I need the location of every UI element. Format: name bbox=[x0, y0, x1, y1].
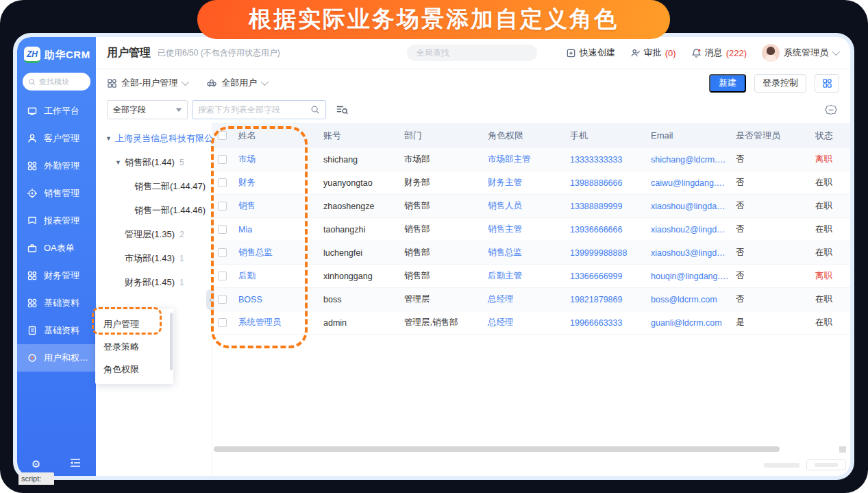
sidebar-item-label: 用户和权限管理 bbox=[44, 352, 96, 364]
cell-role[interactable]: 销售人员 bbox=[481, 200, 563, 212]
global-search-input[interactable]: 全局查找 bbox=[407, 45, 537, 61]
column-header-dept[interactable]: 部门 bbox=[397, 130, 481, 142]
table-row[interactable]: 系统管理员 admin 管理层,销售部 总经理 19966663333 guan… bbox=[212, 311, 850, 335]
table-row[interactable]: 后勤 xinhonggang 销售部 后勤主管 13366666999 houq… bbox=[212, 265, 850, 288]
table-row[interactable]: 财务 yuanyongtao 财务部 财务主管 13988886666 caiw… bbox=[212, 171, 850, 195]
module-view-dropdown[interactable]: 全部-用户管理 bbox=[107, 77, 187, 89]
cell-email[interactable]: boss@ldcrm.com bbox=[644, 295, 729, 304]
cell-name[interactable]: 销售总监 bbox=[232, 247, 317, 258]
gear-icon[interactable]: ⚙ bbox=[32, 458, 40, 470]
column-header-phone[interactable]: 手机 bbox=[563, 130, 644, 142]
cell-role[interactable]: 销售总监 bbox=[481, 247, 563, 258]
cell-email[interactable]: xiaoshou@lingdang.com bbox=[644, 202, 729, 211]
list-search-input[interactable]: 搜索下方列表全部字段 bbox=[192, 100, 326, 119]
column-header-name[interactable]: 姓名 bbox=[232, 130, 317, 142]
cell-role[interactable]: 财务主管 bbox=[481, 177, 563, 189]
cell-email[interactable]: xiaoshou2@lingdang.c... bbox=[644, 225, 729, 235]
row-checkbox[interactable] bbox=[218, 225, 227, 234]
pagination-page-size-select[interactable] bbox=[806, 459, 846, 470]
cell-email[interactable]: caiwu@lingdang.com bbox=[644, 178, 729, 188]
tree-expand-icon[interactable]: ▼ bbox=[106, 135, 112, 142]
cell-name[interactable]: 财务 bbox=[232, 177, 317, 189]
flyout-item-login-policy[interactable]: 登录策略 bbox=[95, 335, 173, 358]
sidebar-item-oa-forms[interactable]: OA表单 bbox=[17, 235, 96, 262]
login-control-button[interactable]: 登录控制 bbox=[754, 74, 806, 93]
sidebar-item-base-data-2[interactable]: 基础资料 bbox=[17, 317, 96, 344]
tree-node[interactable]: 财务部(1.45) 1 bbox=[106, 276, 205, 289]
field-select[interactable]: 全部字段 bbox=[107, 100, 188, 119]
collapse-sidebar-icon[interactable] bbox=[69, 458, 82, 470]
logo-name: 助华CRM bbox=[45, 49, 90, 62]
tree-node[interactable]: 管理层(1.35) 2 bbox=[106, 228, 205, 241]
quick-create-button[interactable]: 快速创建 bbox=[566, 47, 615, 59]
new-button[interactable]: 新建 bbox=[709, 74, 746, 93]
global-search-placeholder: 全局查找 bbox=[417, 47, 449, 59]
cell-role[interactable]: 销售主管 bbox=[481, 224, 563, 235]
cell-email[interactable]: shichang@ldcrm.com bbox=[644, 155, 729, 165]
table-row[interactable]: BOSS boss 管理层 总经理 19821879869 boss@ldcrm… bbox=[212, 288, 850, 311]
cell-name[interactable]: BOSS bbox=[232, 295, 317, 304]
row-checkbox[interactable] bbox=[218, 248, 227, 257]
column-header-email[interactable]: Email bbox=[644, 130, 729, 141]
cell-role[interactable]: 总经理 bbox=[481, 293, 563, 305]
cell-phone: 139999988888 bbox=[563, 248, 644, 258]
cell-name[interactable]: 系统管理员 bbox=[232, 317, 317, 328]
cell-role[interactable]: 市场部主管 bbox=[481, 154, 563, 165]
app-logo[interactable]: ZH 助华CRM bbox=[17, 37, 96, 70]
horizontal-scrollbar-thumb[interactable] bbox=[214, 446, 780, 452]
cell-name[interactable]: Mia bbox=[232, 225, 317, 235]
row-checkbox[interactable] bbox=[218, 202, 227, 211]
print-icon[interactable] bbox=[824, 104, 838, 117]
tree-node[interactable]: 销售二部(1.44.47) bbox=[106, 180, 205, 193]
cell-email[interactable]: guanli@ldcrm.com bbox=[644, 318, 729, 328]
cell-role[interactable]: 总经理 bbox=[481, 317, 563, 328]
column-header-status[interactable]: 状态 bbox=[808, 130, 850, 142]
table-row[interactable]: Mia taohangzhi 销售部 销售主管 13936666666 xiao… bbox=[212, 218, 850, 241]
tree-node[interactable]: 市场部(1.43) 1 bbox=[106, 252, 205, 265]
sidebar-item-sales[interactable]: 销售管理 bbox=[17, 180, 96, 207]
column-header-role[interactable]: 角色权限 bbox=[481, 130, 563, 142]
sidebar-item-workbench[interactable]: 工作平台 bbox=[17, 97, 96, 125]
sidebar-item-finance[interactable]: 财务管理 bbox=[17, 262, 96, 289]
module-view-label: 全部-用户管理 bbox=[121, 77, 177, 89]
cell-name[interactable]: 市场 bbox=[232, 154, 317, 165]
screenshot-stage: 根据实际业务场景添加自定义角色 ZH 助华CRM 查找模块 工作平台 客户管理 bbox=[0, 0, 868, 493]
row-checkbox[interactable] bbox=[218, 155, 227, 164]
row-checkbox[interactable] bbox=[218, 318, 227, 327]
flyout-item-role-permissions[interactable]: 角色权限 bbox=[95, 358, 173, 381]
tree-node[interactable]: 销售一部(1.44.46) bbox=[106, 204, 205, 217]
message-button[interactable]: 消息 (222) bbox=[691, 47, 747, 59]
view-switch-button[interactable] bbox=[815, 74, 839, 93]
advanced-filter-icon[interactable] bbox=[336, 104, 348, 115]
flyout-item-user-management[interactable]: 用户管理 bbox=[95, 313, 173, 335]
module-search-input[interactable]: 查找模块 bbox=[23, 73, 90, 91]
tree-expand-icon[interactable]: ▼ bbox=[115, 159, 121, 166]
column-header-account[interactable]: 账号 bbox=[317, 130, 397, 142]
sidebar-item-base-data-1[interactable]: 基础资料 bbox=[17, 289, 96, 317]
row-checkbox[interactable] bbox=[218, 295, 227, 304]
user-menu[interactable]: 系统管理员 bbox=[762, 44, 838, 62]
user-scope-dropdown[interactable]: 全部用户 bbox=[206, 77, 266, 89]
select-all-checkbox[interactable] bbox=[218, 131, 227, 140]
sidebar-item-field-mgmt[interactable]: 外勤管理 bbox=[17, 152, 96, 180]
cell-email[interactable]: xiaoshou3@lingdang.c... bbox=[644, 248, 729, 258]
tree-node[interactable]: ▼ 销售部(1.44) 5 bbox=[106, 156, 205, 169]
approval-button[interactable]: 审批 (0) bbox=[630, 47, 676, 59]
tree-node[interactable]: ▼ 上海灵当信息科技有限公司(1) bbox=[106, 132, 205, 145]
row-checkbox[interactable] bbox=[218, 178, 227, 187]
row-checkbox[interactable] bbox=[218, 272, 227, 280]
sidebar-item-users-permissions[interactable]: 用户和权限管理 bbox=[17, 344, 96, 372]
table-row[interactable]: 市场 shichang 市场部 市场部主管 13333333333 shicha… bbox=[212, 148, 850, 171]
table-row[interactable]: 销售 zhaoshengze 销售部 销售人员 13388889999 xiao… bbox=[212, 195, 850, 218]
column-header-admin[interactable]: 是否管理员 bbox=[729, 130, 808, 142]
sidebar-item-customers[interactable]: 客户管理 bbox=[17, 125, 96, 152]
cell-name[interactable]: 后勤 bbox=[232, 270, 317, 282]
cell-role[interactable]: 后勤主管 bbox=[481, 270, 563, 282]
sidebar-item-reports[interactable]: 报表管理 bbox=[17, 207, 96, 235]
table-row[interactable]: 销售总监 luchengfei 销售部 销售总监 139999988888 xi… bbox=[212, 241, 850, 265]
cell-name[interactable]: 销售 bbox=[232, 200, 317, 212]
cell-phone: 13988886666 bbox=[563, 178, 644, 188]
flyout-scrollbar[interactable] bbox=[170, 313, 173, 370]
cell-email[interactable]: houqin@lingdang.com bbox=[644, 272, 729, 281]
tree-collapse-handle[interactable]: ‹ bbox=[206, 289, 214, 310]
